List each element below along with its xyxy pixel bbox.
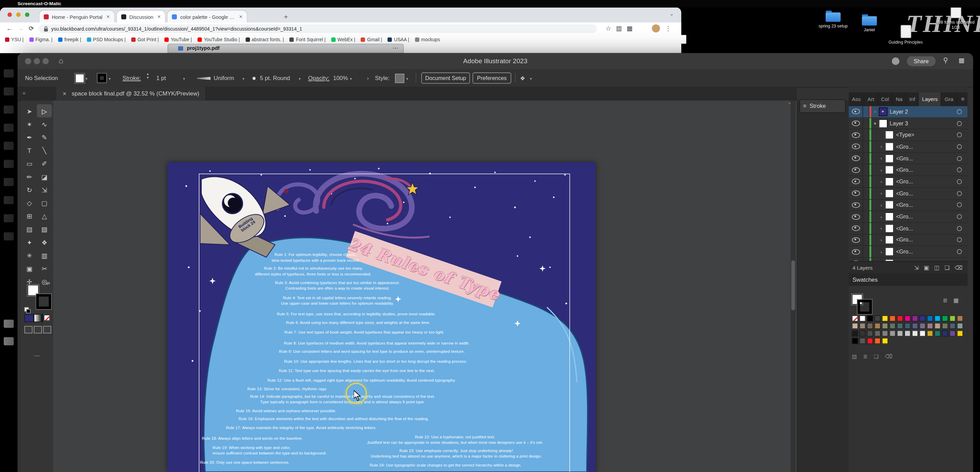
layer-row[interactable]: ›<Gro... — [849, 234, 967, 246]
new-layer-icon[interactable]: ❏ — [945, 265, 950, 271]
swatch[interactable] — [859, 315, 865, 322]
window-close-button[interactable] — [8, 13, 12, 17]
layer-row[interactable]: ›<Gro... — [849, 153, 967, 165]
layer-row[interactable]: <Type> — [849, 130, 967, 141]
swatch[interactable] — [875, 315, 881, 322]
brush-dropdown-icon[interactable]: ▾ — [299, 76, 301, 81]
swap-fill-stroke-icon[interactable]: ⇄ — [46, 281, 50, 286]
panel-menu-icon[interactable]: ≡ — [961, 96, 964, 102]
workspace-dropdown-icon[interactable]: ▾ — [530, 76, 531, 81]
layer-row[interactable]: ▾Layer 3 — [849, 118, 967, 130]
profile-avatar[interactable] — [652, 24, 660, 33]
stroke-dropdown-icon[interactable]: ▾ — [109, 76, 110, 81]
browser-tab[interactable]: color palette - Google Search✕ — [167, 10, 248, 23]
vertical-scrollbar[interactable] — [791, 101, 796, 472]
lock-column[interactable] — [862, 130, 869, 141]
slice-tool[interactable]: ✂ — [37, 262, 52, 275]
width-tool[interactable]: ◇ — [22, 196, 37, 209]
workspace-switcher-icon[interactable]: ▦ — [958, 57, 964, 63]
layer-chevron-icon[interactable]: › — [878, 238, 884, 242]
lock-column[interactable] — [862, 118, 869, 129]
new-sublayer-icon[interactable]: ◫ — [934, 265, 939, 271]
swatch[interactable] — [882, 331, 888, 337]
swatch[interactable] — [889, 331, 896, 337]
layer-chevron-icon[interactable]: › — [878, 214, 884, 219]
tab-close-icon[interactable]: ✕ — [239, 14, 243, 20]
layer-target-icon[interactable] — [957, 144, 962, 149]
reload-icon[interactable]: ⟳ — [29, 25, 34, 32]
edit-toolbar-icon[interactable]: ⋯ — [21, 353, 53, 359]
layer-chevron-icon[interactable]: › — [878, 168, 884, 173]
workspace-icon[interactable]: ❖ — [520, 75, 525, 82]
visibility-toggle-icon[interactable] — [852, 238, 860, 243]
bookmark-item[interactable]: Gmail | — [361, 36, 382, 42]
eraser-tool[interactable]: ◪ — [37, 170, 52, 183]
layer-target-icon[interactable] — [957, 226, 962, 231]
swatch[interactable] — [859, 338, 865, 344]
pen-tool[interactable]: ✒ — [22, 130, 37, 144]
layer-chevron-icon[interactable]: › — [872, 109, 878, 114]
layer-row[interactable]: ›<Gro... — [849, 165, 967, 176]
lock-column[interactable] — [862, 141, 869, 152]
pdf-window-titlebar[interactable]: proj1typo.pdf ⋯ — [167, 44, 404, 53]
panel-tab-ass[interactable]: Ass — [849, 92, 864, 106]
draw-normal-button[interactable] — [24, 326, 33, 334]
default-fill-stroke-icon[interactable] — [24, 307, 30, 313]
lock-column[interactable] — [862, 165, 869, 176]
layer-chevron-icon[interactable]: › — [878, 145, 884, 149]
bookmark-item[interactable]: WebEx | — [331, 36, 355, 42]
tab-overflow-icon[interactable]: ⌄ — [670, 11, 674, 17]
tab-close-icon[interactable]: ✕ — [157, 14, 161, 20]
stroke-label[interactable]: Stroke: — [123, 75, 141, 81]
swatch[interactable] — [927, 323, 933, 329]
swatch-kinds-icon[interactable]: ≣ — [863, 353, 867, 360]
style-dropdown-icon[interactable]: ▾ — [406, 76, 408, 81]
layer-chevron-icon[interactable]: ▾ — [872, 121, 878, 126]
swatch[interactable] — [942, 323, 948, 329]
opacity-label[interactable]: Opacity: — [308, 75, 329, 81]
layer-row[interactable]: ›<Gro... — [849, 246, 967, 258]
swatch[interactable] — [904, 331, 910, 337]
layer-target-icon[interactable] — [957, 214, 962, 219]
layer-target-icon[interactable] — [957, 156, 962, 161]
new-tab-button[interactable]: ＋ — [283, 12, 290, 21]
layer-target-icon[interactable] — [957, 179, 962, 184]
artboard-tool[interactable]: ▣ — [22, 262, 37, 275]
layer-row[interactable]: ›<Gro... — [849, 188, 967, 200]
lock-column[interactable] — [862, 211, 869, 222]
visibility-toggle-icon[interactable] — [852, 202, 860, 208]
bookmark-item[interactable]: freepik | — [58, 36, 81, 42]
layer-target-icon[interactable] — [957, 109, 962, 114]
color-mode-button[interactable] — [24, 314, 34, 322]
layer-chevron-icon[interactable]: › — [878, 203, 884, 207]
lock-column[interactable] — [862, 234, 869, 246]
lasso-tool[interactable]: ∿ — [37, 117, 52, 130]
brush-value[interactable]: 5 pt. Round — [260, 75, 290, 81]
bookmark-star-icon[interactable]: ☆ — [606, 25, 611, 32]
lock-column[interactable] — [862, 176, 869, 187]
swatch[interactable] — [852, 315, 858, 322]
bookmark-item[interactable]: Figma. | — [29, 36, 52, 42]
stroke-color-well[interactable] — [36, 294, 51, 309]
browser-tab[interactable]: Discussion✕ — [116, 10, 166, 23]
bookmark-item[interactable]: YouTube | — [164, 36, 192, 42]
grid-view-icon[interactable]: ▦ — [953, 297, 959, 303]
browser-menu-icon[interactable]: ⋮ — [665, 25, 671, 32]
window-minimize-button[interactable] — [16, 13, 21, 17]
scrollbar-thumb[interactable] — [791, 260, 795, 310]
swatch[interactable] — [920, 331, 926, 337]
lock-column[interactable] — [862, 200, 869, 211]
pdf-more-icon[interactable]: ⋯ — [392, 45, 398, 51]
panel-tab-inf[interactable]: Inf — [906, 92, 919, 106]
gradient-tool[interactable]: ▧ — [37, 222, 52, 235]
swatch[interactable] — [852, 331, 858, 337]
blend-tool[interactable]: ❖ — [37, 235, 52, 249]
panel-tab-layers[interactable]: Layers — [919, 92, 942, 106]
visibility-toggle-icon[interactable] — [852, 120, 860, 126]
window-zoom-button[interactable] — [25, 13, 30, 17]
desktop-icon[interactable]: W8 forms submitted 1/23 — [934, 5, 977, 30]
swatch[interactable] — [859, 323, 865, 329]
mesh-tool[interactable]: ▤ — [22, 222, 37, 235]
opacity-dropdown-icon[interactable]: ▾ — [350, 76, 352, 81]
gradient-mode-button[interactable] — [34, 314, 43, 322]
